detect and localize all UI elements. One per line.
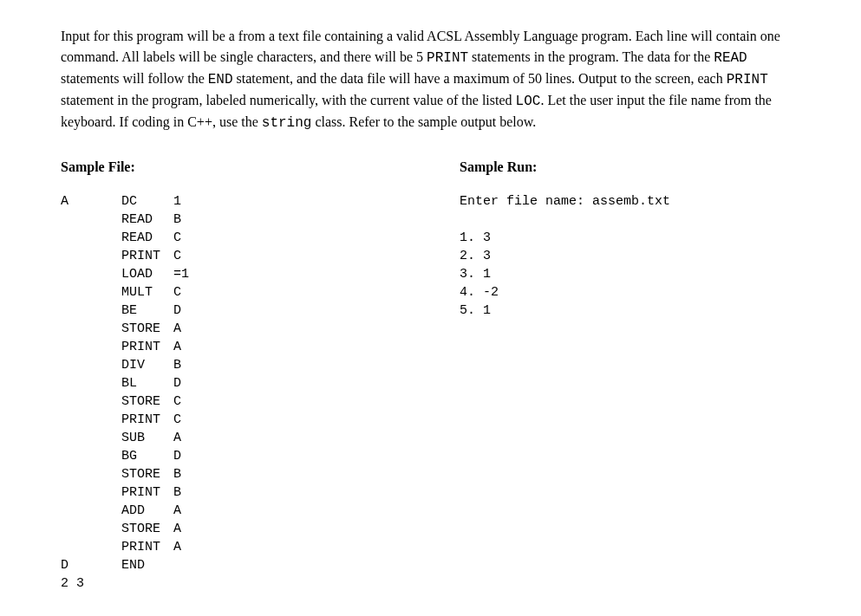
code-op: PRINT: [121, 538, 173, 556]
code-line: STOREB: [61, 465, 390, 483]
code-op: STORE: [121, 520, 173, 538]
intro-mono: PRINT: [727, 72, 768, 88]
code-arg: B: [173, 465, 181, 483]
code-op: ADD: [121, 502, 173, 520]
sample-run-column: Sample Run: Enter file name: assemb.txt …: [460, 159, 800, 593]
code-arg: A: [173, 338, 181, 356]
code-label: [61, 283, 121, 302]
sample-run-code: Enter file name: assemb.txt 1. 32. 33. 1…: [460, 192, 800, 320]
code-label: [61, 356, 121, 374]
code-op: STORE: [121, 320, 173, 338]
code-op: LOAD: [121, 265, 173, 283]
code-arg: C: [173, 247, 181, 265]
run-blank: [460, 211, 800, 229]
sample-file-code: ADC1READBREADCPRINTCLOAD=1MULTCBEDSTOREA…: [61, 192, 390, 593]
code-label: [61, 520, 121, 538]
code-arg: A: [173, 502, 181, 520]
code-op: PRINT: [121, 411, 173, 429]
intro-text: class. Refer to the sample output below.: [311, 114, 536, 129]
code-op: BL: [121, 374, 173, 392]
code-line: ADDA: [61, 502, 390, 520]
sample-file-column: Sample File: ADC1READBREADCPRINTCLOAD=1M…: [61, 159, 390, 593]
code-op: MULT: [121, 283, 173, 302]
code-label: [61, 320, 121, 338]
code-line: STOREC: [61, 392, 390, 411]
code-label: [61, 338, 121, 356]
code-op: PRINT: [121, 247, 173, 265]
code-op: BE: [121, 302, 173, 320]
code-line: BLD: [61, 374, 390, 392]
code-op: READ: [121, 229, 173, 247]
code-label: [61, 229, 121, 247]
intro-mono: END: [208, 72, 233, 88]
code-label: [61, 502, 121, 520]
code-arg: B: [173, 483, 181, 502]
code-label: A: [61, 192, 121, 211]
code-op: PRINT: [121, 338, 173, 356]
code-line: MULTC: [61, 283, 390, 302]
code-line: STOREA: [61, 320, 390, 338]
code-line: READC: [61, 229, 390, 247]
code-arg: =1: [173, 265, 189, 283]
code-label: [61, 302, 121, 320]
code-arg: C: [173, 411, 181, 429]
code-line: BGD: [61, 447, 390, 465]
code-line: PRINTA: [61, 538, 390, 556]
code-label: D: [61, 556, 121, 574]
code-label: [61, 374, 121, 392]
run-prompt: Enter file name: assemb.txt: [460, 192, 800, 211]
code-label: [61, 392, 121, 411]
code-arg: D: [173, 374, 181, 392]
code-op: PRINT: [121, 483, 173, 502]
code-op: DC: [121, 192, 173, 211]
intro-mono: READ: [714, 50, 747, 66]
intro-text: statements will follow the: [61, 71, 208, 86]
intro-mono: string: [262, 115, 312, 131]
intro-mono: PRINT: [427, 50, 468, 66]
code-op: STORE: [121, 465, 173, 483]
columns-container: Sample File: ADC1READBREADCPRINTCLOAD=1M…: [61, 159, 800, 593]
code-label: [61, 265, 121, 283]
code-arg: A: [173, 538, 181, 556]
intro-paragraph: Input for this program will be a from a …: [61, 26, 800, 133]
code-line: STOREA: [61, 520, 390, 538]
code-line: PRINTC: [61, 411, 390, 429]
code-line: PRINTA: [61, 338, 390, 356]
code-arg: D: [173, 302, 181, 320]
code-arg: A: [173, 429, 181, 447]
code-label: [61, 411, 121, 429]
code-op: STORE: [121, 392, 173, 411]
sample-run-title: Sample Run:: [460, 159, 800, 175]
code-op: BG: [121, 447, 173, 465]
code-op: END: [121, 556, 173, 574]
code-label: [61, 483, 121, 502]
code-arg: D: [173, 447, 181, 465]
code-arg: C: [173, 283, 181, 302]
code-line: LOAD=1: [61, 265, 390, 283]
code-line: PRINTC: [61, 247, 390, 265]
run-output-line: 5. 1: [460, 302, 800, 320]
intro-mono: LOC: [516, 94, 541, 109]
code-arg: A: [173, 520, 181, 538]
code-label: [61, 429, 121, 447]
code-arg: C: [173, 229, 181, 247]
intro-text: statements in the program. The data for …: [468, 49, 714, 64]
code-arg: 1: [173, 192, 181, 211]
run-output-line: 2. 3: [460, 247, 800, 265]
code-op: DIV: [121, 356, 173, 374]
code-label: [61, 211, 121, 229]
code-trailer: 2 3: [61, 574, 390, 593]
code-arg: C: [173, 392, 181, 411]
code-label: [61, 538, 121, 556]
intro-text: statement, and the data file will have a…: [233, 71, 727, 86]
code-arg: A: [173, 320, 181, 338]
code-arg: B: [173, 211, 181, 229]
code-line: PRINTB: [61, 483, 390, 502]
code-line: DEND: [61, 556, 390, 574]
code-line: DIVB: [61, 356, 390, 374]
run-output-line: 4. -2: [460, 283, 800, 302]
code-line: BED: [61, 302, 390, 320]
code-line: READB: [61, 211, 390, 229]
sample-file-title: Sample File:: [61, 159, 390, 175]
code-op: READ: [121, 211, 173, 229]
